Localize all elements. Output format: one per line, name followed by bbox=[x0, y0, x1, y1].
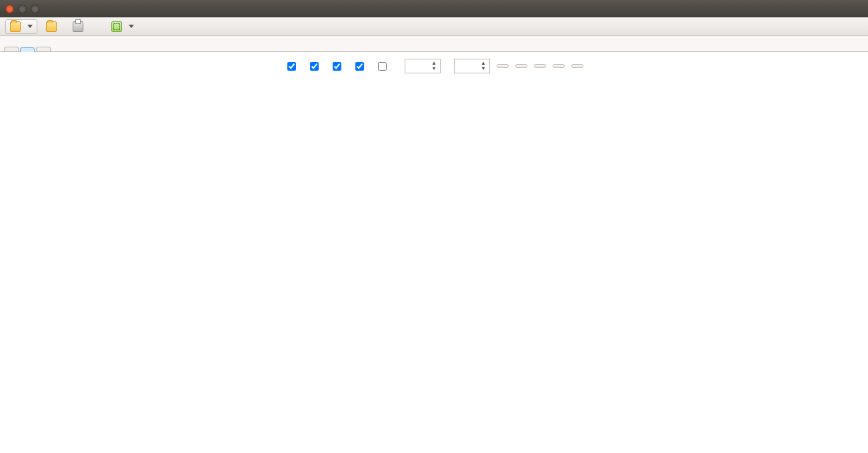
minimize-icon[interactable] bbox=[18, 5, 27, 13]
chevron-down-icon bbox=[27, 25, 33, 28]
tab-graph[interactable] bbox=[36, 47, 51, 51]
folder-icon bbox=[10, 21, 21, 32]
tab-dot[interactable] bbox=[20, 47, 35, 52]
setting-button[interactable] bbox=[143, 25, 152, 29]
layout-menu-button[interactable] bbox=[107, 19, 139, 34]
close-icon[interactable] bbox=[5, 5, 14, 13]
analyst-menu-button[interactable] bbox=[5, 19, 37, 34]
layout-icon bbox=[111, 21, 122, 32]
dependency-graph[interactable] bbox=[0, 52, 868, 450]
printer-icon bbox=[73, 21, 83, 32]
maximize-icon[interactable] bbox=[31, 5, 39, 13]
chevron-down-icon bbox=[129, 25, 134, 28]
tab-tree[interactable] bbox=[4, 47, 19, 51]
window-titlebar bbox=[0, 0, 868, 17]
tabstrip bbox=[0, 36, 868, 52]
analyst-directory-button[interactable] bbox=[41, 19, 64, 34]
folder-icon bbox=[46, 21, 57, 32]
dot-panel: ▲▼ ▲▼ bbox=[0, 52, 868, 450]
print-button[interactable] bbox=[68, 19, 91, 34]
main-toolbar bbox=[0, 17, 868, 36]
export-csv-button[interactable] bbox=[156, 25, 165, 29]
